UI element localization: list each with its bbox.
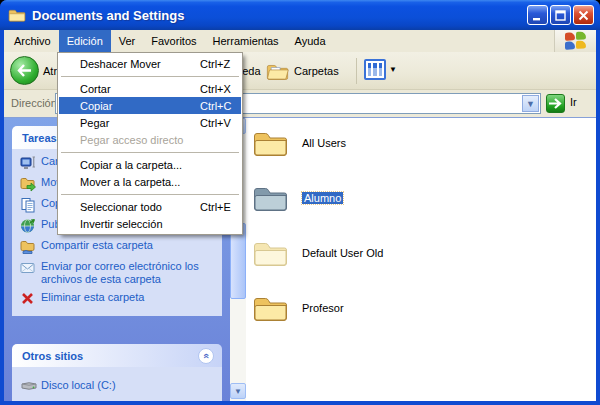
menu-favoritos[interactable]: Favoritos [143,30,204,52]
menuitem-label: Pegar [80,117,109,129]
windows-logo-area [554,30,596,52]
file-name: Profesor [302,302,344,314]
menuitem-cortar[interactable]: Cortar Ctrl+X [59,80,241,97]
disk-icon [20,379,36,395]
menuitem-label: Invertir selección [80,218,163,230]
task-share[interactable]: Compartir esta carpeta [20,239,214,255]
menuitem-label: Cortar [80,83,111,95]
menuitem-label: Seleccionar todo [80,201,162,213]
rename-icon [20,155,36,171]
file-name-selected: Alumno [302,192,343,204]
menu-archivo[interactable]: Archivo [6,30,59,52]
menuitem-label: Mover a la carpeta... [80,176,180,188]
file-list-pane: All Users Alumno Default User Old [246,118,596,401]
combo-dropdown-icon: ▼ [526,99,535,109]
place-local-disk[interactable]: Disco local (C:) [20,379,214,395]
copy-icon [20,197,36,213]
task-label: Enviar por correo electrónico los archiv… [41,260,205,286]
address-label: Dirección [11,90,57,117]
edit-menu-dropdown: Deshacer Mover Ctrl+Z Cortar Ctrl+X Copi… [57,52,243,235]
publish-icon [20,218,36,234]
menu-separator [59,72,241,80]
other-places-body: Disco local (C:) [12,367,222,401]
file-name: Default User Old [302,247,383,259]
task-delete[interactable]: Eliminar esta carpeta [20,291,214,307]
file-item-all-users[interactable]: All Users [252,128,346,158]
menuitem-seleccionar-todo[interactable]: Seleccionar todo Ctrl+E [59,198,241,215]
folder-icon [8,7,26,23]
views-caret-icon: ▼ [389,65,397,74]
window-controls [527,5,594,25]
explorer-window: Documents and Settings Archivo Edición V… [0,0,600,405]
task-label: Eliminar esta carpeta [41,291,144,304]
menuitem-label: Pegar acceso directo [80,134,183,146]
other-places-title: Otros sitios [22,350,198,362]
file-item-alumno[interactable]: Alumno [252,183,343,213]
menuitem-copiar-a-la-carpeta[interactable]: Copiar a la carpeta... [59,156,241,173]
move-icon [20,176,36,192]
chevron-up-icon: « [201,353,211,359]
file-name: All Users [302,137,346,149]
menuitem-deshacer-mover[interactable]: Deshacer Mover Ctrl+Z [59,55,241,72]
scroll-down-icon: ▼ [234,387,242,396]
menubar: Archivo Edición Ver Favoritos Herramient… [4,30,596,52]
close-icon [578,10,589,21]
views-icon [364,59,386,80]
back-icon [10,56,39,85]
maximize-icon [555,10,566,21]
menu-separator [59,148,241,156]
menuitem-copiar[interactable]: Copiar Ctrl+C [59,97,241,114]
window-title: Documents and Settings [32,8,184,23]
folders-label: Carpetas [294,65,339,77]
folder-icon-pale [252,238,289,268]
folder-icon-selected [252,183,289,213]
menuitem-shortcut: Ctrl+E [200,201,231,213]
toolbar-separator [356,58,357,84]
folders-icon [266,62,289,81]
go-icon [549,98,562,109]
scroll-down-button[interactable]: ▼ [230,383,246,399]
menuitem-shortcut: Ctrl+V [200,117,231,129]
menu-ver[interactable]: Ver [111,30,144,52]
maximize-button[interactable] [550,5,571,25]
share-icon [20,239,36,255]
menuitem-shortcut: Ctrl+X [200,83,231,95]
folder-icon [252,128,289,158]
clipped-place-item[interactable] [20,400,214,401]
minimize-icon [532,10,543,21]
menu-edicion[interactable]: Edición [59,30,111,52]
menu-herramientas[interactable]: Herramientas [205,30,287,52]
menuitem-pegar-acceso-directo: Pegar acceso directo [59,131,241,148]
titlebar: Documents and Settings [0,0,600,30]
email-icon [20,260,36,276]
minimize-button[interactable] [527,5,548,25]
file-item-profesor[interactable]: Profesor [252,293,344,323]
menu-separator [59,190,241,198]
file-item-default-user-old[interactable]: Default User Old [252,238,383,268]
menuitem-shortcut: Ctrl+C [200,100,231,112]
folder-icon [252,293,289,323]
task-label: Compartir esta carpeta [41,239,153,252]
menuitem-label: Copiar [80,100,112,112]
menuitem-shortcut: Ctrl+Z [200,58,230,70]
menu-ayuda[interactable]: Ayuda [287,30,334,52]
menuitem-pegar[interactable]: Pegar Ctrl+V [59,114,241,131]
menuitem-label: Deshacer Mover [80,58,161,70]
windows-logo-icon [565,31,587,51]
task-email[interactable]: Enviar por correo electrónico los archiv… [20,260,214,286]
menuitem-mover-a-la-carpeta[interactable]: Mover a la carpeta... [59,173,241,190]
menuitem-label: Copiar a la carpeta... [80,159,182,171]
clipped-item-icon [20,400,36,401]
other-places-panel: Otros sitios « Disco local (C:) [12,344,222,401]
menuitem-invertir-seleccion[interactable]: Invertir selección [59,215,241,232]
delete-icon [20,291,36,307]
collapse-button[interactable]: « [198,348,214,364]
folders-button[interactable]: Carpetas [266,58,339,84]
close-button[interactable] [573,5,594,25]
views-button[interactable]: ▼ [364,59,397,80]
place-label: Disco local (C:) [41,379,116,392]
address-dropdown-button[interactable]: ▼ [522,95,539,112]
go-button[interactable] [546,94,565,113]
go-label: Ir [570,96,577,108]
other-places-header[interactable]: Otros sitios « [12,344,222,367]
